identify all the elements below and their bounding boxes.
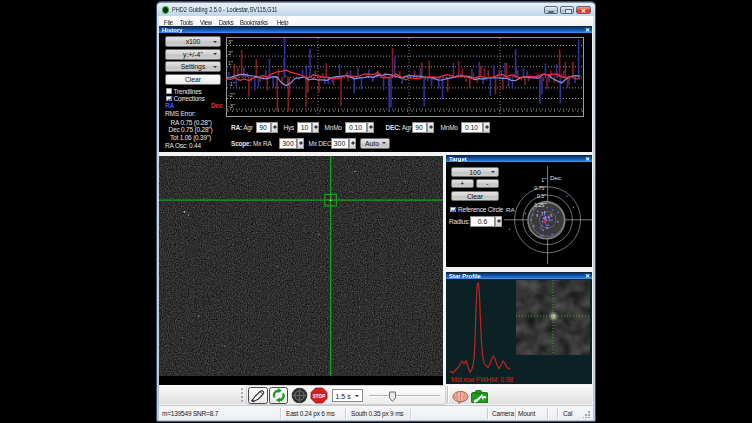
svg-text:3": 3"	[228, 39, 233, 45]
svg-text:-1": -1"	[228, 81, 235, 87]
svg-text:0.75": 0.75"	[534, 185, 546, 191]
svg-text:2": 2"	[228, 49, 233, 55]
svg-text:0.5": 0.5"	[537, 193, 546, 199]
svg-text:1": 1"	[228, 60, 233, 66]
svg-text:Dec: Dec	[550, 173, 561, 180]
svg-text:STOP: STOP	[313, 394, 325, 399]
svg-text:RA: RA	[506, 206, 515, 213]
svg-text:-2": -2"	[228, 92, 235, 98]
svg-text:0.25": 0.25"	[534, 202, 546, 208]
svg-text:-3": -3"	[228, 102, 235, 108]
svg-text:1": 1"	[541, 176, 546, 182]
